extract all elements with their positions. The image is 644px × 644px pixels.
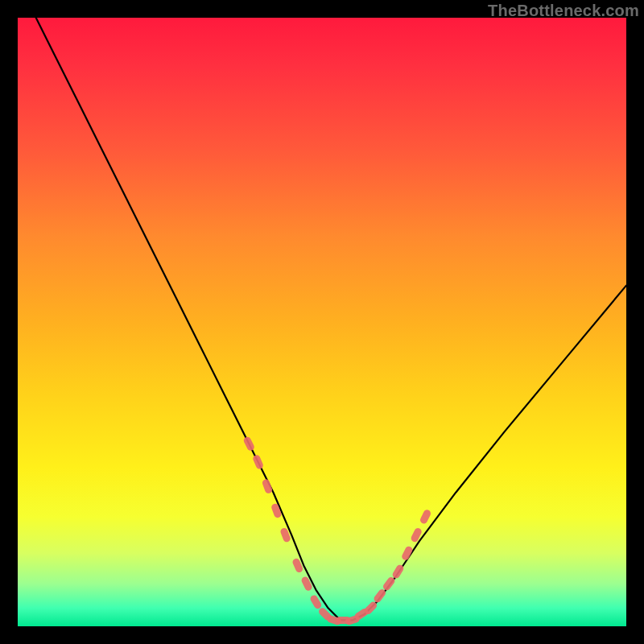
svg-rect-6 [300, 576, 313, 592]
curve-line [36, 18, 626, 620]
svg-rect-18 [410, 527, 423, 543]
chart-svg [18, 18, 626, 626]
optimal-markers [242, 436, 431, 625]
svg-rect-19 [419, 509, 431, 525]
svg-rect-1 [252, 454, 264, 470]
plot-area [18, 18, 626, 626]
watermark-text: TheBottleneck.com [488, 2, 639, 20]
svg-rect-2 [262, 478, 274, 494]
svg-rect-0 [242, 436, 255, 452]
chart-frame: TheBottleneck.com [0, 0, 644, 644]
